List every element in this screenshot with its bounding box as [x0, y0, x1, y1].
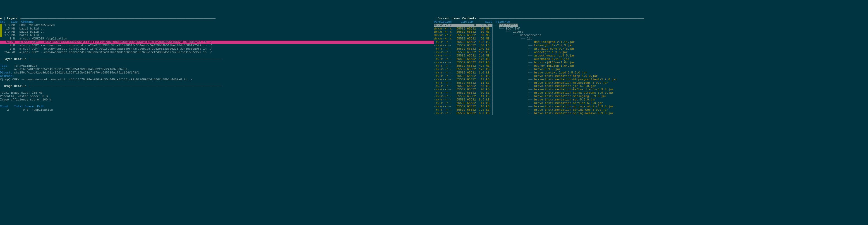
file-row[interactable]: drwxr-xr-x65532:6553260 MB│ └── BOOT-INF	[434, 27, 868, 31]
layer-command: FROM 79a7d2af65570c0	[16, 24, 434, 27]
file-row[interactable]: -rw-r--r--65532:6553218 kB│ ├── brave-in…	[434, 105, 868, 108]
file-tree-entry: │ ├── brave-instrumentation-spring-rabbi…	[492, 105, 868, 108]
layer-row[interactable]: 177 MB bazel build ...	[0, 34, 434, 37]
file-row[interactable]: drwxr-xr-x0:060 MB├── application	[434, 24, 868, 27]
file-row[interactable]: drwxr-xr-x65532:6553260 MB│ └── lib	[434, 37, 868, 40]
layer-row[interactable]: 1.9 MB bazel build ...	[0, 30, 434, 34]
file-tree-entry: │ ├── brave-instrumentation-jms-5.9.0.ja…	[492, 85, 868, 88]
layer-size: 15 MB	[2, 27, 16, 31]
cmp-indicator	[0, 37, 2, 40]
file-row[interactable]: -rw-r--r--65532:6553211 kB│ ├── brave-in…	[434, 81, 868, 85]
layer-row[interactable]: 0 B #(nop) COPY --chown=nonroot:nonrootd…	[0, 48, 434, 51]
file-tree-entry: │ └── dependencies	[492, 34, 868, 37]
file-row[interactable]: -rw-r--r--65532:65532140 kB│ ├── archaiu…	[434, 48, 868, 51]
file-row[interactable]: -rw-r--r--65532:655322.0 MB│ ├── aspectj…	[434, 54, 868, 58]
file-row[interactable]: -rw-r--r--65532:6553211 kB│ ├── brave-in…	[434, 95, 868, 98]
file-permission: -rw-r--r--	[434, 64, 454, 68]
file-name: application	[499, 24, 518, 27]
file-permission: -rw-r--r--	[434, 102, 454, 105]
file-tree-entry: │ ├── brave-instrumentation-messaging-5.…	[492, 95, 868, 98]
layer-row[interactable]: 15 MB bazel build ...	[0, 27, 434, 31]
file-row[interactable]: -rw-r--r--65532:65532123 kB│ ├── HdrHist…	[434, 40, 868, 44]
file-uidgid: 65532:65532	[454, 40, 476, 44]
cmp-indicator	[0, 48, 2, 51]
file-row[interactable]: -rw-r--r--65532:6553230 kB│ ├── brave-in…	[434, 91, 868, 95]
layer-size: 177 MB	[2, 34, 16, 37]
file-name: brave-instrumentation-spring-web-5.9.0.j…	[534, 108, 608, 112]
file-row[interactable]: -rw-r--r--65532:6553212 kB│ ├── brave-in…	[434, 78, 868, 81]
file-name: brave-instrumentation-kafka-streams-5.9.…	[534, 91, 614, 94]
file-permission: drwxr-xr-x	[434, 34, 454, 37]
file-name: brave-instrumentation-spring-rabbit-5.9.…	[534, 105, 614, 108]
layer-row[interactable]: 0 B #(nop) WORKDIR /application	[0, 37, 434, 40]
file-row[interactable]: -rw-r--r--65532:65532176 kB│ ├── automat…	[434, 58, 868, 61]
file-row[interactable]: -rw-r--r--65532:655329.5 kB│ ├── brave-i…	[434, 98, 868, 102]
file-uidgid: 65532:65532	[454, 37, 476, 40]
file-tree-entry: │ ├── archaius-core-0.7.6.jar	[492, 48, 868, 51]
file-permission: -rw-r--r--	[434, 81, 454, 85]
file-tree-entry: │ ├── HdrHistogram-2.1.11.jar	[492, 40, 868, 44]
file-row[interactable]: -rw-r--r--65532:6553220 kB│ ├── brave-in…	[434, 88, 868, 91]
cmp-indicator	[0, 24, 2, 27]
file-name: layers	[513, 30, 524, 34]
file-size: 7.3 kB	[476, 108, 492, 112]
layer-row[interactable]: 1.8 MB FROM 79a7d2af65570c0	[0, 24, 434, 27]
file-row[interactable]: -rw-r--r--65532:6553230 kB│ ├── LatencyU…	[434, 44, 868, 48]
cmp-indicator	[0, 40, 2, 44]
command-label: Command:	[0, 75, 14, 78]
file-row[interactable]: -rw-r--r--65532:65532878 kB│ ├── bcpkix-…	[434, 61, 868, 64]
layer-row[interactable]: 60 MB #(nop) COPY --chown=nonroot:nonroo…	[0, 40, 434, 44]
file-row[interactable]: drwxr-xr-x65532:6553260 MB│ └── layers	[434, 30, 868, 34]
file-uidgid: 65532:65532	[454, 34, 476, 37]
file-permission: drwxr-xr-x	[434, 27, 454, 31]
file-size: 14 kB	[476, 102, 492, 105]
file-tree-entry: │ └── layers	[492, 30, 868, 34]
layer-row[interactable]: 254 kB #(nop) COPY --chown=nonroot:nonro…	[0, 51, 434, 54]
file-size: 9.5 kB	[476, 98, 492, 102]
file-row[interactable]: -rw-r--r--65532:655327.3 kB│ ├── brave-i…	[434, 108, 868, 112]
file-uidgid: 65532:65532	[454, 30, 476, 34]
file-row[interactable]: -rw-r--r--65532:65532172 kB│ ├── brave-5…	[434, 68, 868, 71]
file-permission: -rw-r--r--	[434, 105, 454, 108]
command-value: #(nop) COPY --chown=nonroot:nonrootdir:4…	[0, 78, 192, 81]
file-name: brave-instrumentation-httpclient-5.9.0.j…	[534, 81, 608, 85]
file-row[interactable]: -rw-r--r--65532:655324.8 MB│ ├── bcprov-…	[434, 64, 868, 68]
file-row[interactable]: -rw-r--r--65532:6553265 kB│ ├── brave-in…	[434, 85, 868, 88]
file-row[interactable]: drwxr-xr-x65532:6553260 MB│ └── dependen…	[434, 34, 868, 37]
file-name: HdrHistogram-2.1.11.jar	[534, 40, 575, 44]
files-list[interactable]: drwxr-xr-x0:060 MB├── applicationdrwxr-x…	[434, 24, 868, 115]
file-name: brave-instrumentation-rpc-5.9.0.jar	[534, 98, 596, 102]
digest-row: Digest: sha256:fc1bb92ee8dd61143562bb415…	[0, 71, 140, 75]
file-name: brave-instrumentation-httpasyncclient-5.…	[534, 78, 617, 81]
file-tree-entry: │ ├── brave-instrumentation-http-5.9.0.j…	[492, 75, 868, 78]
file-uidgid: 0:0	[454, 24, 476, 27]
layer-size: 0 B	[2, 44, 16, 48]
file-size: 3.0 kB	[476, 71, 492, 75]
file-size: 65 kB	[476, 85, 492, 88]
file-row[interactable]: -rw-r--r--65532:655323.0 kB│ ├── brave-c…	[434, 71, 868, 75]
layer-size: 1.8 MB	[2, 24, 16, 27]
layer-command: #(nop) WORKDIR /application	[16, 37, 434, 40]
file-uidgid: 65532:65532	[454, 108, 476, 112]
file-row[interactable]: -rw-r--r--65532:6553242 kB│ ├── brave-in…	[434, 75, 868, 78]
file-uidgid: 65532:65532	[454, 58, 476, 61]
file-uidgid: 65532:65532	[454, 48, 476, 51]
layer-row[interactable]: 0 B #(nop) COPY --chown=nonroot:nonrootd…	[0, 44, 434, 48]
layers-list[interactable]: 1.8 MB FROM 79a7d2af65570c0 15 MB bazel …	[0, 24, 434, 54]
file-tree-entry: │ └── lib	[492, 37, 868, 40]
file-size: 140 kB	[476, 48, 492, 51]
file-tree-entry: │ ├── brave-instrumentation-httpclient-5…	[492, 81, 868, 85]
file-tree-entry: │ ├── automaton-1.11-8.jar	[492, 58, 868, 61]
file-permission: -rw-r--r--	[434, 61, 454, 64]
file-permission: drwxr-xr-x	[434, 30, 454, 34]
file-row[interactable]: -rw-r--r--65532:655328.3 kB│ ├── brave-i…	[434, 112, 868, 115]
file-permission: -rw-r--r--	[434, 48, 454, 51]
file-size: 11 kB	[476, 81, 492, 85]
file-size: 60 MB	[476, 37, 492, 40]
file-uidgid: 65532:65532	[454, 71, 476, 75]
cmp-indicator	[0, 44, 2, 48]
file-uidgid: 65532:65532	[454, 105, 476, 108]
file-row[interactable]: -rw-r--r--65532:6553214 kB│ ├── brave-in…	[434, 102, 868, 105]
layer-command: #(nop) COPY --chown=nonroot:nonrootdir:f…	[16, 48, 434, 51]
file-row[interactable]: -rw-r--r--65532:65532122 kB│ ├── aspectj…	[434, 51, 868, 54]
